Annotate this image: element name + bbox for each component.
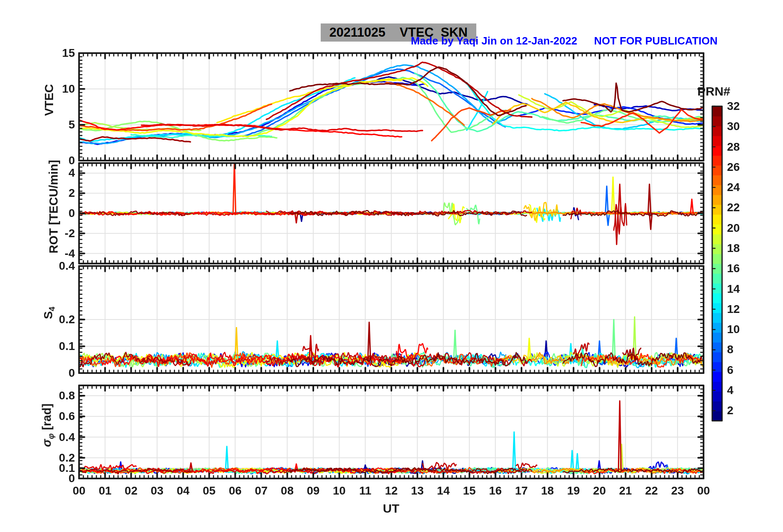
x-axis-label: UT — [383, 502, 399, 516]
y-tick-label-sigma: 0.4 — [39, 431, 75, 444]
colorbar-tick-label: 4 — [727, 384, 734, 397]
x-tick-label: 02 — [117, 484, 145, 497]
colorbar-tick-label: 14 — [727, 282, 740, 296]
colorbar-tick-label: 32 — [727, 100, 740, 113]
y-tick-label-vtec: 0 — [39, 154, 75, 167]
watermark-text: NOT FOR PUBLICATION — [594, 35, 718, 47]
x-tick-label: 21 — [611, 484, 640, 497]
x-tick-label: 06 — [221, 484, 249, 497]
colorbar-tick-label: 6 — [727, 364, 734, 377]
y-tick-label-vtec: 10 — [39, 82, 75, 96]
colorbar-tick-label: 24 — [727, 181, 740, 194]
x-tick-label: 22 — [637, 484, 666, 497]
x-tick-label: 11 — [351, 484, 380, 497]
x-tick-label: 04 — [169, 484, 198, 497]
colorbar-tick-label: 18 — [727, 242, 740, 255]
y-tick-label-s4: 0.1 — [39, 340, 75, 353]
colorbar-tick-label: 26 — [727, 161, 740, 174]
y-tick-label-rot: 4 — [39, 166, 75, 180]
x-tick-label: 14 — [429, 484, 458, 497]
y-tick-label-rot: 0 — [39, 207, 75, 220]
colorbar-tick-label: 16 — [727, 262, 740, 275]
x-tick-label: 08 — [273, 484, 302, 497]
colorbar-tick-label: 10 — [727, 323, 740, 336]
credit-line: Made by Yaqi Jin on 12-Jan-2022 NOT FOR … — [411, 35, 718, 47]
x-tick-label: 01 — [91, 484, 119, 497]
x-tick-label: 13 — [403, 484, 432, 497]
y-tick-label-rot: -2 — [39, 227, 75, 240]
x-tick-label: 15 — [455, 484, 484, 497]
y-tick-label-sigma: 0.6 — [39, 410, 75, 423]
y-tick-label-sigma: 0.8 — [39, 389, 75, 402]
colorbar-tick-label: 2 — [727, 404, 734, 417]
chart-figure: 20211025 VTEC SKN Made by Yaqi Jin on 12… — [0, 0, 783, 532]
y-tick-label-vtec: 15 — [39, 47, 75, 60]
x-tick-label: 23 — [663, 484, 692, 497]
x-tick-label: 00 — [689, 484, 718, 497]
y-tick-label-s4: 0.4 — [39, 259, 75, 273]
x-tick-label: 09 — [299, 484, 328, 497]
colorbar-title: PRN# — [697, 84, 730, 98]
y-tick-label-rot: -4 — [39, 247, 75, 260]
colorbar-tick-label: 12 — [727, 303, 740, 316]
x-tick-label: 12 — [377, 484, 406, 497]
x-tick-label: 00 — [65, 484, 93, 497]
colorbar-tick-label: 28 — [727, 140, 740, 154]
x-tick-label: 17 — [507, 484, 536, 497]
colorbar-tick-label: 22 — [727, 201, 740, 214]
colorbar-tick-label: 30 — [727, 120, 740, 133]
x-tick-label: 18 — [533, 484, 562, 497]
y-tick-label-vtec: 5 — [39, 118, 75, 131]
credit-text: Made by Yaqi Jin on 12-Jan-2022 — [411, 35, 577, 47]
x-tick-label: 07 — [247, 484, 275, 497]
x-tick-label: 19 — [559, 484, 588, 497]
plot-canvas — [0, 0, 783, 532]
colorbar-tick-label: 8 — [727, 343, 734, 356]
y-tick-label-s4: 0 — [39, 366, 75, 380]
y-tick-label-rot: 2 — [39, 187, 75, 200]
x-tick-label: 05 — [195, 484, 224, 497]
y-tick-label-sigma: 0 — [39, 472, 75, 485]
x-tick-label: 03 — [143, 484, 172, 497]
x-tick-label: 10 — [325, 484, 354, 497]
colorbar-tick-label: 20 — [727, 222, 740, 235]
x-tick-label: 16 — [481, 484, 510, 497]
x-tick-label: 20 — [585, 484, 614, 497]
y-tick-label-s4: 0.2 — [39, 313, 75, 326]
